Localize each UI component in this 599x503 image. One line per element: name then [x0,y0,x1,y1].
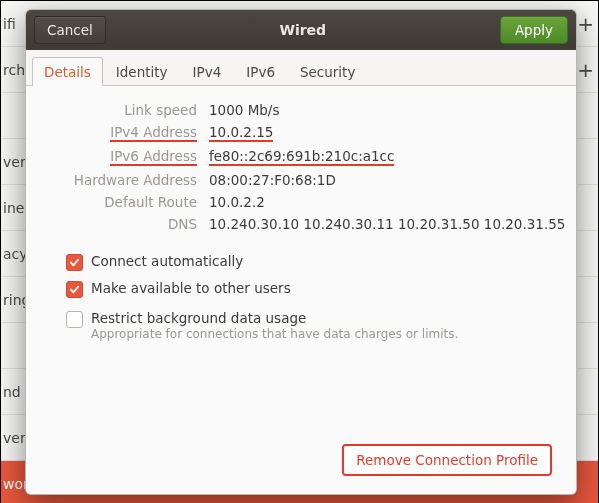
connect-automatically-row[interactable]: Connect automatically [46,253,556,270]
dns-value: 10.240.30.10 10.240.30.11 10.20.31.50 10… [209,216,565,232]
share-label: Make available to other users [91,280,291,296]
plus-icon[interactable]: + [577,58,594,82]
tab-bar: DetailsIdentityIPv4IPv6Security [26,50,576,86]
apply-button[interactable]: Apply [500,16,568,44]
remove-profile-button[interactable]: Remove Connection Profile [342,444,552,476]
details-pane: Link speed 1000 Mb/s IPv4 Address 10.0.2… [26,86,576,494]
metered-checkbox[interactable] [66,311,83,328]
metered-label: Restrict background data usage [91,310,458,326]
route-value: 10.0.2.2 [209,194,565,210]
ipv4-label: IPv4 Address [52,124,197,142]
metered-row[interactable]: Restrict background data usage Appropria… [46,310,556,341]
tab-security[interactable]: Security [288,57,367,86]
details-grid: Link speed 1000 Mb/s IPv4 Address 10.0.2… [52,102,556,232]
route-label: Default Route [52,194,197,210]
link-speed-label: Link speed [52,102,197,118]
hw-label: Hardware Address [52,172,197,188]
tab-ipv4[interactable]: IPv4 [181,57,234,86]
ipv6-label: IPv6 Address [52,148,197,166]
tab-details[interactable]: Details [32,57,103,86]
link-speed-value: 1000 Mb/s [209,102,565,118]
dialog-title: Wired [106,22,500,38]
metered-sublabel: Appropriate for connections that have da… [91,327,458,341]
tab-ipv6[interactable]: IPv6 [234,57,287,86]
ipv4-value: 10.0.2.15 [209,124,565,142]
wired-settings-dialog: Cancel Wired Apply DetailsIdentityIPv4IP… [25,9,577,495]
titlebar: Cancel Wired Apply [26,10,576,50]
ipv6-value: fe80::2c69:691b:210c:a1cc [209,148,565,166]
share-row[interactable]: Make available to other users [46,280,556,297]
dns-label: DNS [52,216,197,232]
connect-automatically-checkbox[interactable] [66,254,83,271]
connect-automatically-label: Connect automatically [91,253,243,269]
tab-identity[interactable]: Identity [104,57,180,86]
dialog-footer: Remove Connection Profile [46,438,556,484]
cancel-button[interactable]: Cancel [34,16,106,44]
plus-icon[interactable]: + [577,12,594,36]
hw-value: 08:00:27:F0:68:1D [209,172,565,188]
share-checkbox[interactable] [66,281,83,298]
